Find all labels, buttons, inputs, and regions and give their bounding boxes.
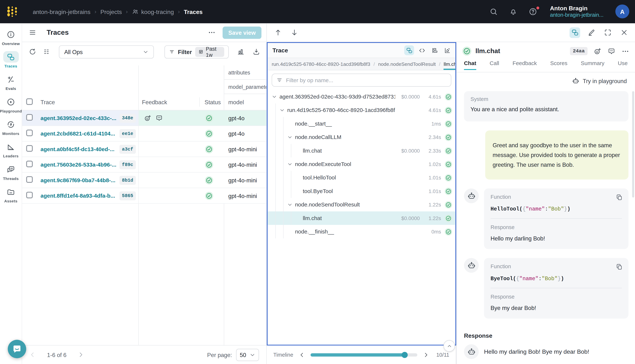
- tree-row[interactable]: node.__finish__ 0ms: [268, 225, 455, 238]
- add-reaction-icon[interactable]: [594, 47, 601, 55]
- wandb-logo-icon[interactable]: [7, 6, 18, 18]
- tree-row[interactable]: node.nodeSendToolResult 1.22s: [268, 198, 455, 212]
- timeline-slider-handle[interactable]: [401, 352, 407, 358]
- prev-page-icon[interactable]: [30, 352, 36, 358]
- tree-row[interactable]: llm.chat $0.0000 2.33s: [268, 144, 455, 157]
- tab-use[interactable]: Use: [618, 60, 627, 70]
- expander-chevron-icon[interactable]: [287, 202, 295, 208]
- user-info[interactable]: Anton Bragin anton-bragin-jetbrain...: [550, 4, 603, 19]
- timeline-next-icon[interactable]: [423, 352, 429, 358]
- breadcrumb-item-Traces[interactable]: Traces: [184, 8, 203, 15]
- expander-chevron-icon[interactable]: [295, 188, 303, 194]
- row-checkbox[interactable]: [26, 176, 33, 184]
- trace-link[interactable]: agent.75603e26-533a-4b96-...: [41, 162, 118, 168]
- expander-chevron-icon[interactable]: [295, 215, 303, 221]
- tab-call[interactable]: Call: [490, 60, 499, 70]
- trace-link[interactable]: agent.9c867f69-0ba7-44b8-...: [41, 177, 118, 183]
- help-icon[interactable]: [529, 7, 537, 16]
- group-header-model-parameters[interactable]: model_parameters: [224, 80, 266, 94]
- table-row[interactable]: agent.75603e26-533a-4b96-... f89c gpt-4o…: [22, 157, 266, 172]
- op-filter-input[interactable]: [286, 77, 447, 83]
- table-row[interactable]: agent.9c867f69-0ba7-44b8-... 8b1d gpt-4o…: [22, 172, 266, 188]
- path-item[interactable]: llm.chat: [444, 58, 455, 70]
- group-header-attributes[interactable]: attributes: [224, 66, 266, 80]
- column-header-trace[interactable]: Trace: [41, 99, 55, 105]
- sidebar-item-threads[interactable]: Threads: [0, 164, 22, 181]
- user-org-link[interactable]: anton-bragin-jetbrain...: [550, 12, 603, 19]
- sidebar-item-evals[interactable]: Evals: [0, 74, 22, 91]
- tree-row[interactable]: tool.ByeTool 1.01s: [268, 184, 455, 198]
- avatar[interactable]: A: [615, 5, 629, 19]
- search-icon[interactable]: [489, 7, 498, 16]
- sidebar-item-leaders[interactable]: Leaders: [0, 141, 22, 158]
- menu-icon[interactable]: [27, 27, 38, 38]
- column-header-model[interactable]: model: [228, 99, 244, 105]
- tree-row[interactable]: llm.chat $0.0000 1.22s: [268, 212, 455, 225]
- tab-chat[interactable]: Chat: [464, 60, 476, 70]
- copy-icon[interactable]: [616, 194, 623, 201]
- overflow-menu-icon[interactable]: [206, 27, 217, 38]
- call-overflow-menu-icon[interactable]: [621, 47, 629, 55]
- table-row[interactable]: agent.8ffd1ef4-8a93-4dfa-b... 5865 gpt-4…: [22, 188, 266, 204]
- path-item[interactable]: node.nodeSendToolResult: [378, 58, 436, 70]
- save-view-button[interactable]: Save view: [223, 26, 261, 38]
- chart-icon[interactable]: [235, 46, 246, 57]
- try-in-playground-button[interactable]: Try in playground: [464, 77, 631, 84]
- trace-tree-view-icon[interactable]: [569, 27, 580, 38]
- ops-filter-select[interactable]: All Ops: [59, 45, 154, 58]
- next-trace-arrow-down-icon[interactable]: [289, 27, 299, 38]
- add-reaction-icon[interactable]: [144, 114, 151, 122]
- sidebar-item-playground[interactable]: Playground: [0, 96, 22, 113]
- code-view-icon[interactable]: [417, 46, 427, 55]
- copy-icon[interactable]: [616, 264, 623, 270]
- breadcrumb-item-Projects[interactable]: Projects: [101, 8, 122, 15]
- row-checkbox[interactable]: [26, 114, 33, 122]
- tab-summary[interactable]: Summary: [581, 60, 604, 70]
- select-all-checkbox[interactable]: [26, 98, 33, 106]
- close-icon[interactable]: [619, 27, 629, 38]
- trace-link[interactable]: agent.a0bf4c5f-dc13-40ed-...: [41, 146, 118, 152]
- tree-row[interactable]: tool.HelloTool 1.01s: [268, 171, 455, 184]
- table-row[interactable]: agent.2cbd6821-c61d-4104... ee1e gpt-4o: [22, 126, 266, 142]
- tab-scores[interactable]: Scores: [550, 60, 567, 70]
- column-header-feedback[interactable]: Feedback: [142, 99, 167, 105]
- row-checkbox[interactable]: [26, 130, 33, 138]
- trace-link[interactable]: agent.2cbd6821-c61d-4104...: [41, 130, 118, 136]
- edit-pencil-icon[interactable]: [586, 27, 596, 38]
- sidebar-item-assets[interactable]: Assets: [0, 186, 22, 203]
- notifications-bell-icon[interactable]: [509, 7, 518, 16]
- expander-chevron-icon[interactable]: [295, 148, 303, 154]
- op-filter-field[interactable]: [272, 74, 451, 86]
- expander-chevron-icon[interactable]: [287, 134, 295, 140]
- tree-row[interactable]: run.4d19c525-6780-46cc-8920-1acd396fb8f3…: [268, 104, 455, 117]
- tree-row[interactable]: node.nodeExecuteTool 1.02s: [268, 157, 455, 171]
- sidebar-item-overview[interactable]: Overview: [0, 29, 22, 46]
- collapse-timeline-button[interactable]: [443, 340, 455, 352]
- next-page-icon[interactable]: [78, 352, 84, 358]
- sidebar-item-traces[interactable]: Traces: [0, 51, 22, 68]
- export-download-icon[interactable]: [251, 46, 261, 57]
- table-row[interactable]: agent.363952ed-02ec-433c-... 348e gpt-4o: [22, 110, 266, 126]
- column-header-status[interactable]: Status: [205, 99, 221, 105]
- flame-view-icon[interactable]: [429, 46, 439, 55]
- row-checkbox[interactable]: [26, 192, 33, 200]
- breadcrumb-item-koog-tracing[interactable]: koog-tracing: [132, 8, 174, 15]
- expander-chevron-icon[interactable]: [287, 161, 295, 167]
- expander-chevron-icon[interactable]: [295, 175, 303, 181]
- add-comment-icon[interactable]: [156, 114, 163, 122]
- tab-feedback[interactable]: Feedback: [512, 60, 537, 70]
- tree-row[interactable]: node.__start__ 1ms: [268, 117, 455, 130]
- column-manager-icon[interactable]: [41, 46, 52, 57]
- breadcrumb-item-anton-bragin-jetbrains[interactable]: anton-bragin-jetbrains: [33, 8, 91, 15]
- path-item[interactable]: run.4d19c525-6780-46cc-8920-1acd396fb8f3: [272, 58, 370, 70]
- expander-chevron-icon[interactable]: [287, 120, 295, 127]
- prev-trace-arrow-up-icon[interactable]: [272, 27, 283, 38]
- row-checkbox[interactable]: [26, 145, 33, 153]
- timeline-prev-icon[interactable]: [299, 352, 305, 358]
- support-chat-bubble[interactable]: [8, 340, 26, 358]
- filter-control[interactable]: Filter Past 1w: [165, 45, 229, 58]
- trace-link[interactable]: agent.363952ed-02ec-433c-...: [41, 115, 118, 121]
- tree-row[interactable]: agent.363952ed-02ec-433c-93d9-d7523ed873…: [268, 90, 455, 103]
- trace-link[interactable]: agent.8ffd1ef4-8a93-4dfa-b...: [41, 193, 118, 199]
- sidebar-item-monitors[interactable]: Monitors: [0, 118, 22, 136]
